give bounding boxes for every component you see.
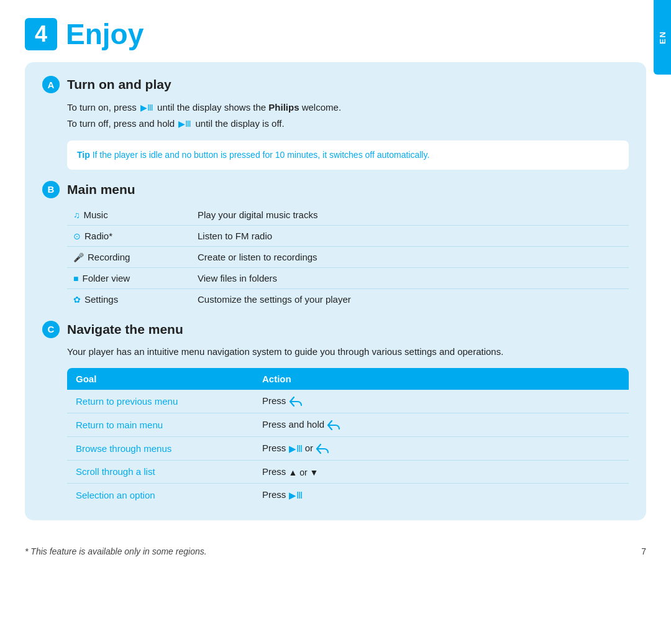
menu-item-description: Listen to FM radio	[191, 225, 629, 246]
nav-row-action: Press and hold	[253, 413, 629, 436]
section-a-body: To turn on, press ▶Ⅲ until the display s…	[67, 99, 629, 132]
nav-row-action: Press	[253, 390, 629, 413]
play-pause-icon-1: ▶Ⅲ	[140, 101, 153, 116]
menu-table-row: ■Folder view View files in folders	[67, 267, 629, 288]
back-icon	[327, 420, 340, 431]
tip-label: Tip	[77, 150, 90, 160]
footer-note: * This feature is available only in some…	[25, 546, 207, 556]
up-down-icon: ▲ or ▼	[289, 467, 319, 477]
chapter-title: Enjoy	[66, 17, 144, 51]
nav-row-goal: Return to previous menu	[67, 390, 253, 413]
menu-item-icon: ⊙	[73, 231, 81, 241]
menu-item-name: 🎤Recording	[67, 246, 191, 267]
menu-item-description: Play your digital music tracks	[191, 205, 629, 226]
nav-row-goal: Scroll through a list	[67, 460, 253, 483]
section-a-title: Turn on and play	[67, 77, 171, 92]
section-b-title: Main menu	[67, 182, 135, 197]
section-c-header: C Navigate the menu	[42, 321, 629, 338]
back-icon	[316, 443, 329, 454]
section-c-description: Your player has an intuitive menu naviga…	[67, 344, 629, 359]
back-icon	[289, 396, 303, 407]
menu-item-icon: ♫	[73, 210, 80, 220]
nav-row-action: Press ▶Ⅲ or	[253, 436, 629, 460]
main-content: A Turn on and play To turn on, press ▶Ⅲ …	[0, 62, 671, 533]
turn-on-line: To turn on, press ▶Ⅲ until the display s…	[67, 99, 629, 116]
nav-row-goal: Selection an option	[67, 483, 253, 507]
menu-item-name: ⊙Radio*	[67, 225, 191, 246]
play-pause-icon-2: ▶Ⅲ	[178, 117, 191, 132]
tip-box: Tip If the player is idle and no button …	[67, 140, 629, 170]
turn-off-line: To turn off, press and hold ▶Ⅲ until the…	[67, 116, 629, 132]
section-a-circle: A	[42, 76, 60, 93]
menu-item-name: ■Folder view	[67, 267, 191, 288]
nav-row-goal: Return to main menu	[67, 413, 253, 436]
section-b-header: B Main menu	[42, 181, 629, 198]
section-c-title: Navigate the menu	[67, 322, 183, 337]
menu-item-icon: ✿	[73, 295, 81, 305]
footer: * This feature is available only in some…	[0, 533, 671, 566]
footer-page: 7	[641, 546, 646, 556]
section-b-circle: B	[42, 181, 60, 198]
nav-row-goal: Browse through menus	[67, 436, 253, 460]
menu-item-name: ✿Settings	[67, 288, 191, 310]
nav-table-row: Return to main menu Press and hold	[67, 413, 629, 436]
nav-row-action: Press ▲ or ▼	[253, 460, 629, 483]
nav-table-row: Selection an option Press ▶Ⅲ	[67, 483, 629, 507]
menu-item-icon: 🎤	[73, 252, 84, 262]
navigate-table: Goal Action Return to previous menu Pres…	[67, 368, 629, 507]
nav-table-row: Scroll through a list Press ▲ or ▼	[67, 460, 629, 483]
nav-row-action: Press ▶Ⅲ	[253, 483, 629, 507]
menu-table-row: 🎤Recording Create or listen to recording…	[67, 246, 629, 267]
nav-col-goal: Goal	[67, 368, 253, 390]
menu-item-description: Customize the settings of your player	[191, 288, 629, 310]
menu-item-description: View files in folders	[191, 267, 629, 288]
side-tab: EN	[654, 0, 671, 75]
menu-item-name: ♫Music	[67, 205, 191, 226]
main-menu-table: ♫Music Play your digital music tracks ⊙R…	[67, 205, 629, 310]
menu-table-row: ⊙Radio* Listen to FM radio	[67, 225, 629, 246]
side-tab-label: EN	[658, 30, 667, 44]
section-a-header: A Turn on and play	[42, 76, 629, 93]
menu-table-row: ✿Settings Customize the settings of your…	[67, 288, 629, 310]
nav-table-row: Browse through menus Press ▶Ⅲ or	[67, 436, 629, 460]
tip-text: If the player is idle and no button is p…	[90, 150, 430, 160]
play-pause-icon: ▶Ⅲ	[289, 443, 303, 454]
menu-item-icon: ■	[73, 274, 78, 283]
page-header: 4 Enjoy	[0, 0, 671, 62]
nav-table-row: Return to previous menu Press	[67, 390, 629, 413]
section-c-circle: C	[42, 321, 60, 338]
chapter-number: 4	[25, 18, 57, 50]
menu-table-row: ♫Music Play your digital music tracks	[67, 205, 629, 226]
play-pause-icon: ▶Ⅲ	[289, 490, 303, 501]
blue-card: A Turn on and play To turn on, press ▶Ⅲ …	[25, 62, 646, 520]
nav-col-action: Action	[253, 368, 629, 390]
menu-item-description: Create or listen to recordings	[191, 246, 629, 267]
